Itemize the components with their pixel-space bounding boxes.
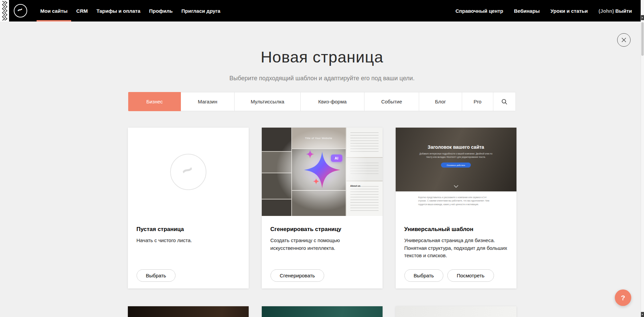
template-hero-heading: Заголовок вашего сайта [428,144,484,150]
tilda-watermark-icon: ~ [170,154,206,190]
card-body: Сгенерировать страницу Создать страницу … [262,216,383,288]
card-actions: Выбрать Посмотреть [404,269,494,282]
nav-profile[interactable]: Профиль [145,0,177,21]
card-actions: Выбрать [137,269,176,282]
nav-help-center[interactable]: Справочный центр [455,8,503,14]
choose-template-button[interactable]: Выбрать [404,269,443,282]
search-icon [501,99,507,105]
template-hero-cta: Основное действие [441,163,471,168]
card-title: Сгенерировать страницу [270,226,374,233]
template-body-text: Коротко представьтесь и расскажите о ком… [418,196,494,216]
nav-lessons[interactable]: Уроки и статьи [550,8,588,14]
zigzag-pattern-icon [0,0,9,21]
search-tab-button[interactable] [493,92,516,111]
card-ai-generate[interactable]: Title of Your Website About us [262,128,383,288]
tab-shop[interactable]: Магазин [181,92,235,111]
card-description: Универсальная страница для бизнеса. Поня… [404,237,508,260]
page-subtitle: Выберите подходящий шаблон и адаптируйте… [0,75,644,82]
tab-multilink[interactable]: Мультиссылка [235,92,301,111]
choose-blank-button[interactable]: Выбрать [137,269,176,282]
template-hero: Заголовок вашего сайта Добавьте интересн… [396,128,516,191]
template-hero-subtext: Добавьте интересные подробности о вашей … [416,152,495,159]
tab-business[interactable]: Бизнес [128,92,181,111]
scroll-down-icon[interactable] [641,312,644,317]
template-category-tabs: Бизнес Магазин Мультиссылка Квиз-форма С… [128,92,516,111]
sparkle-icon [306,150,314,158]
card-title: Пустая страница [137,226,240,233]
template-grid: ~ Пустая страница Начать с чистого листа… [128,128,516,288]
tab-event[interactable]: Событие [364,92,419,111]
tab-quiz-form[interactable]: Квиз-форма [301,92,364,111]
tab-blog[interactable]: Блог [419,92,462,111]
tab-pro[interactable]: Pro [462,92,493,111]
nav-my-sites[interactable]: Мои сайты [36,0,72,21]
ai-badge: AI [331,154,342,162]
page-title: Новая страница [0,21,644,66]
generate-button[interactable]: Сгенерировать [270,269,325,282]
template-preview [262,306,383,317]
sparkle-icon [313,178,319,185]
card-title: Универсальный шаблон [404,226,508,233]
close-button[interactable] [617,33,631,47]
template-preview [396,306,516,317]
blank-page-preview: ~ [128,128,249,216]
collage-panel-heading: About us [346,181,383,187]
nav-webinars[interactable]: Вебинары [514,8,540,14]
logout-link[interactable]: Выйти [615,8,632,14]
scroll-up-icon[interactable] [641,15,644,20]
nav-tariffs[interactable]: Тарифы и оплата [92,0,145,21]
template-card-partial[interactable] [396,306,516,317]
ai-preview-collage: Title of Your Website About us [262,128,383,216]
tilda-logo[interactable]: ~ [14,4,27,17]
user-block: (John) Выйти [599,8,632,14]
template-preview [128,306,249,317]
help-button[interactable]: ? [615,289,631,306]
template-preview: Заголовок вашего сайта Добавьте интересн… [396,128,516,216]
card-universal-template[interactable]: Заголовок вашего сайта Добавьте интересн… [396,128,516,288]
nav-crm[interactable]: CRM [72,0,92,21]
preview-template-button[interactable]: Посмотреть [447,269,494,282]
nav-invite-friend[interactable]: Пригласи друга [177,0,225,21]
template-card-partial[interactable] [128,306,249,317]
new-page-modal: Новая страница Выберите подходящий шабло… [0,21,644,317]
header: ~ Мои сайты CRM Тарифы и оплата Профиль … [0,0,644,21]
template-grid-row2 [128,306,516,317]
card-actions: Сгенерировать [270,269,325,282]
scrollbar-thumb[interactable] [641,22,644,56]
card-body: Универсальный шаблон Универсальная стран… [396,216,516,288]
card-description: Начать с чистого листа. [137,237,240,244]
close-icon [622,38,626,42]
tilde-icon: ~ [16,5,24,15]
card-blank-page[interactable]: ~ Пустая страница Начать с чистого листа… [128,128,249,288]
scrollbar[interactable] [641,0,644,317]
secondary-nav: Справочный центр Вебинары Уроки и статьи… [455,8,632,14]
chevron-down-icon [454,183,458,189]
template-body: Коротко представьтесь и расскажите о ком… [396,191,516,216]
template-card-partial[interactable] [262,306,383,317]
main-nav: Мои сайты CRM Тарифы и оплата Профиль Пр… [36,0,225,21]
card-body: Пустая страница Начать с чистого листа. … [128,216,249,288]
card-description: Создать страницу с помощью искусственног… [270,237,374,252]
user-name: (John) [599,8,614,14]
